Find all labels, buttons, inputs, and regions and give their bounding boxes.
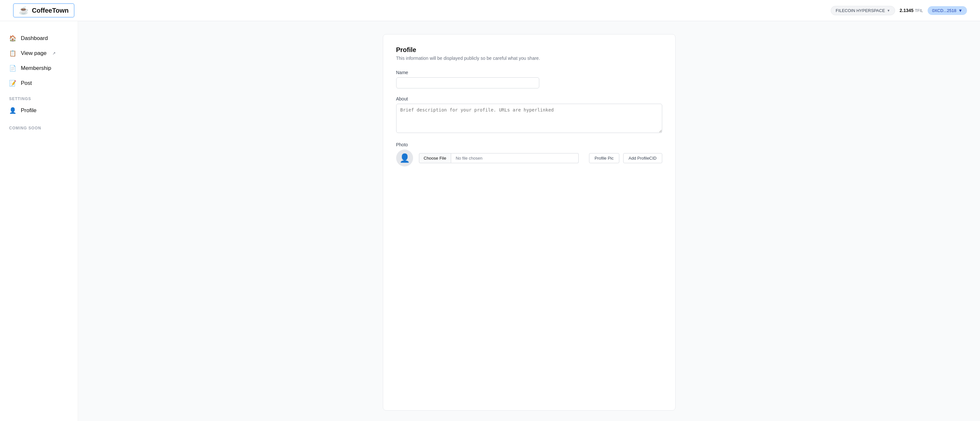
sidebar-item-profile[interactable]: 👤 Profile [0, 103, 78, 118]
logo-icon: ☕ [19, 6, 29, 15]
coming-soon-label: COMING SOON [0, 118, 78, 132]
sidebar-item-membership[interactable]: 📄 Membership [0, 61, 78, 76]
photo-section: 👤 Choose File No file chosen Profile Pic… [396, 149, 662, 167]
settings-section-label: SETTINGS [0, 91, 78, 103]
about-textarea[interactable] [396, 104, 662, 133]
about-label: About [396, 96, 662, 102]
viewpage-icon: 📋 [9, 50, 16, 57]
header-right: FILECOIN HYPERSPACE ▼ 2.1345 TFIL 0XCD..… [831, 6, 967, 15]
add-profile-cid-button[interactable]: Add ProfileCID [623, 153, 662, 163]
post-icon: 📝 [9, 79, 16, 87]
name-field-group: Name [396, 70, 662, 89]
main-content: Profile This information will be display… [78, 21, 980, 421]
person-icon: 👤 [399, 153, 410, 163]
layout: 🏠 Dashboard 📋 View page ↗ 📄 Membership 📝… [0, 21, 980, 421]
profile-title: Profile [396, 46, 662, 54]
name-input[interactable] [396, 77, 539, 89]
external-link-icon: ↗ [52, 51, 56, 56]
no-file-chosen-text: No file chosen [451, 153, 579, 163]
sidebar-label-dashboard: Dashboard [21, 35, 48, 41]
sidebar-label-profile: Profile [21, 107, 37, 114]
sidebar-item-viewpage[interactable]: 📋 View page ↗ [0, 46, 78, 61]
name-label: Name [396, 70, 662, 75]
balance-display: 2.1345 TFIL [900, 8, 923, 13]
photo-field-group: Photo 👤 Choose File No file chosen Profi… [396, 142, 662, 167]
file-input-wrapper: Choose File No file chosen [419, 153, 579, 163]
profile-pic-button[interactable]: Profile Pic [589, 153, 619, 163]
wallet-button[interactable]: 0XCD...2518 ▼ [928, 6, 967, 15]
logo-text: CoffeeTown [32, 7, 68, 14]
profile-subtitle: This information will be displayed publi… [396, 56, 662, 61]
network-selector[interactable]: FILECOIN HYPERSPACE ▼ [831, 6, 895, 15]
logo[interactable]: ☕ CoffeeTown [13, 3, 75, 17]
membership-icon: 📄 [9, 65, 16, 72]
chevron-down-icon: ▼ [887, 9, 890, 12]
sidebar-item-dashboard[interactable]: 🏠 Dashboard [0, 31, 78, 46]
sidebar-item-post[interactable]: 📝 Post [0, 76, 78, 91]
photo-label: Photo [396, 142, 662, 147]
profile-icon: 👤 [9, 107, 16, 114]
wallet-chevron-icon: ▼ [958, 8, 963, 13]
home-icon: 🏠 [9, 35, 16, 42]
about-field-group: About [396, 96, 662, 134]
sidebar-label-membership: Membership [21, 65, 51, 71]
profile-card: Profile This information will be display… [383, 34, 676, 411]
wallet-address: 0XCD...2518 [932, 8, 956, 13]
photo-action-buttons: Profile Pic Add ProfileCID [589, 153, 662, 163]
choose-file-button[interactable]: Choose File [419, 153, 451, 163]
header: ☕ CoffeeTown FILECOIN HYPERSPACE ▼ 2.134… [0, 0, 980, 21]
sidebar: 🏠 Dashboard 📋 View page ↗ 📄 Membership 📝… [0, 21, 78, 421]
avatar: 👤 [396, 149, 413, 167]
sidebar-label-viewpage: View page [21, 50, 46, 57]
network-label: FILECOIN HYPERSPACE [835, 8, 885, 13]
sidebar-label-post: Post [21, 80, 32, 86]
